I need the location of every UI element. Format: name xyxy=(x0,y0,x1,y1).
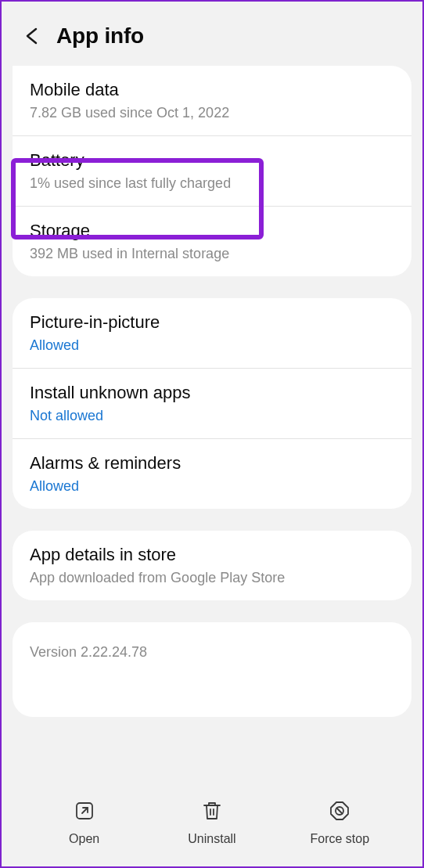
unknown-apps-item[interactable]: Install unknown apps Not allowed xyxy=(13,369,411,438)
store-title: App details in store xyxy=(30,545,394,565)
uninstall-label: Uninstall xyxy=(188,832,235,846)
page-title: App info xyxy=(56,23,144,49)
mobile-data-item[interactable]: Mobile data 7.82 GB used since Oct 1, 20… xyxy=(13,66,411,135)
battery-sub: 1% used since last fully charged xyxy=(30,175,394,192)
usage-section: Mobile data 7.82 GB used since Oct 1, 20… xyxy=(13,66,411,276)
store-section: App details in store App downloaded from… xyxy=(13,531,411,600)
pip-status: Allowed xyxy=(30,337,394,354)
storage-title: Storage xyxy=(30,221,394,241)
battery-title: Battery xyxy=(30,150,394,171)
trash-icon xyxy=(200,799,224,826)
open-button[interactable]: Open xyxy=(20,799,148,846)
storage-sub: 392 MB used in Internal storage xyxy=(30,246,394,262)
mobile-data-title: Mobile data xyxy=(30,80,394,100)
version-text: Version 2.22.24.78 xyxy=(30,644,394,661)
svg-line-1 xyxy=(82,808,88,813)
version-section: Version 2.22.24.78 xyxy=(13,622,411,717)
unknown-apps-title: Install unknown apps xyxy=(30,383,394,403)
open-label: Open xyxy=(69,832,99,846)
open-icon xyxy=(73,799,96,826)
store-item[interactable]: App details in store App downloaded from… xyxy=(13,531,411,600)
stop-icon xyxy=(328,799,351,826)
battery-item[interactable]: Battery 1% used since last fully charged xyxy=(13,136,411,206)
pip-title: Picture-in-picture xyxy=(30,312,394,333)
back-icon[interactable] xyxy=(23,27,41,45)
pip-item[interactable]: Picture-in-picture Allowed xyxy=(13,298,411,368)
uninstall-button[interactable]: Uninstall xyxy=(148,799,275,846)
storage-item[interactable]: Storage 392 MB used in Internal storage xyxy=(13,207,411,276)
alarms-title: Alarms & reminders xyxy=(30,453,394,474)
store-sub: App downloaded from Google Play Store xyxy=(30,570,394,586)
bottom-bar: Open Uninstall Force stop xyxy=(2,788,422,866)
force-stop-button[interactable]: Force stop xyxy=(276,799,404,846)
header: App info xyxy=(2,2,422,66)
unknown-apps-status: Not allowed xyxy=(30,408,394,424)
svg-line-6 xyxy=(337,809,343,814)
alarms-status: Allowed xyxy=(30,478,394,495)
permissions-section: Picture-in-picture Allowed Install unkno… xyxy=(13,298,411,509)
mobile-data-sub: 7.82 GB used since Oct 1, 2022 xyxy=(30,105,394,121)
alarms-item[interactable]: Alarms & reminders Allowed xyxy=(13,439,411,509)
force-stop-label: Force stop xyxy=(311,832,370,846)
